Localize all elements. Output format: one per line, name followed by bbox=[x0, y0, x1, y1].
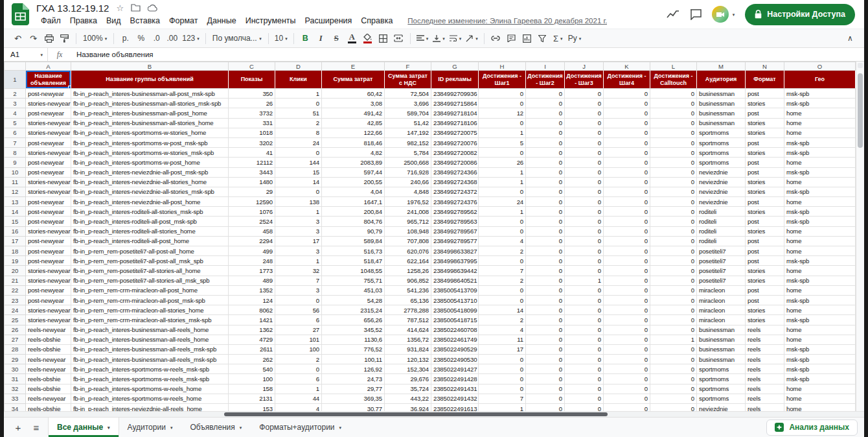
cell-K33[interactable]: 0 bbox=[604, 394, 650, 403]
cell-I27[interactable]: 0 bbox=[526, 335, 565, 344]
insert-chart-button[interactable] bbox=[520, 31, 534, 45]
cell-B32[interactable]: fb-in_p-reach_interes-sportmoms-w-reels_… bbox=[71, 384, 229, 394]
cell-O23[interactable]: msk-spb bbox=[784, 295, 856, 305]
text-color-button[interactable]: A bbox=[345, 31, 360, 45]
cell-J14[interactable]: 0 bbox=[565, 207, 604, 217]
cell-L8[interactable]: 0 bbox=[650, 148, 697, 158]
move-to-folder-icon[interactable] bbox=[131, 4, 141, 12]
row-header-18[interactable]: 18 bbox=[5, 246, 26, 256]
cell-K2[interactable]: 0 bbox=[604, 89, 650, 99]
cell-B16[interactable]: fb-in_p-reach_interes-roditeli-all-stori… bbox=[71, 226, 229, 236]
cell-O19[interactable]: msk-spb bbox=[784, 256, 856, 266]
cell-B4[interactable]: fb-in_p-reach_interes-businessman-all-po… bbox=[71, 108, 229, 118]
cell-N25[interactable]: stories bbox=[746, 315, 784, 325]
cell-L20[interactable]: 0 bbox=[650, 266, 697, 276]
cell-N14[interactable]: stories bbox=[746, 207, 784, 217]
cell-O32[interactable]: home bbox=[784, 384, 856, 394]
cell-L18[interactable]: 0 bbox=[650, 246, 697, 256]
cell-D13[interactable]: 138 bbox=[275, 197, 322, 207]
cell-I17[interactable]: 0 bbox=[526, 236, 565, 246]
cell-B22[interactable]: fb-in_p-rem_rem-crm-miracleon-all-post_h… bbox=[71, 285, 229, 295]
cell-H18[interactable]: 2 bbox=[479, 246, 526, 256]
cell-E2[interactable]: 60,42 bbox=[322, 89, 385, 99]
cell-L3[interactable]: 0 bbox=[650, 99, 697, 108]
cell-F32[interactable]: 35,724 bbox=[385, 384, 431, 394]
cell-O9[interactable]: home bbox=[784, 158, 856, 167]
cell-J27[interactable]: 0 bbox=[565, 335, 604, 344]
cell-H13[interactable]: 24 bbox=[479, 197, 526, 207]
cell-M18[interactable]: posetiteli7 bbox=[697, 246, 746, 256]
cell-J18[interactable]: 0 bbox=[565, 246, 604, 256]
cell-E22[interactable]: 451,03 bbox=[322, 285, 385, 295]
cell-B27[interactable]: fb-in_p-reach_interes-businessman-all-re… bbox=[71, 335, 229, 344]
fill-color-button[interactable] bbox=[360, 31, 375, 45]
cell-J17[interactable]: 0 bbox=[565, 236, 604, 246]
cell-D17[interactable]: 17 bbox=[275, 236, 322, 246]
cell-M25[interactable]: miracleon bbox=[697, 315, 746, 325]
zoom-select[interactable]: 100% ▾ bbox=[80, 31, 109, 45]
cell-J28[interactable]: 0 bbox=[565, 344, 604, 354]
cell-G17[interactable]: 2384992789577 bbox=[431, 236, 479, 246]
cell-B7[interactable]: fb-in_p-reach_interes-sportmoms-w-post_m… bbox=[71, 137, 229, 147]
formula-input[interactable]: Название объявления bbox=[71, 51, 864, 58]
cell-K10[interactable]: 0 bbox=[604, 167, 650, 177]
cell-L22[interactable]: 0 bbox=[650, 285, 697, 295]
cell-J7[interactable]: 0 bbox=[565, 137, 604, 147]
cell-L5[interactable]: 0 bbox=[650, 118, 697, 128]
cell-F27[interactable]: 1356,72 bbox=[385, 335, 431, 344]
cell-C31[interactable]: 100 bbox=[229, 374, 275, 384]
cell-N6[interactable]: stories bbox=[746, 128, 784, 137]
cell-I31[interactable]: 0 bbox=[526, 374, 565, 384]
cell-B6[interactable]: fb-in_p-reach_interes-sportmoms-w-storie… bbox=[71, 128, 229, 137]
cell-D11[interactable]: 14 bbox=[275, 177, 322, 187]
cell-C2[interactable]: 350 bbox=[229, 89, 275, 99]
cell-E31[interactable]: 24,73 bbox=[322, 374, 385, 384]
cell-O14[interactable]: msk-spb bbox=[784, 207, 856, 217]
cell-B15[interactable]: fb-in_p-reach_interes-roditeli-all-post_… bbox=[71, 217, 229, 226]
cell-D18[interactable]: 3 bbox=[275, 246, 322, 256]
cell-F1[interactable]: Сумма затрат с НДС bbox=[385, 71, 431, 89]
cell-H22[interactable]: 0 bbox=[479, 285, 526, 295]
cell-K28[interactable]: 0 bbox=[604, 344, 650, 354]
cell-A3[interactable]: stories-newyear bbox=[26, 99, 71, 108]
column-header-H[interactable]: H bbox=[479, 62, 526, 71]
cell-E3[interactable]: 3,08 bbox=[322, 99, 385, 108]
menu-edit[interactable]: Правка bbox=[65, 16, 102, 26]
cell-G9[interactable]: 2384992720086 bbox=[431, 158, 479, 167]
cell-K32[interactable]: 0 bbox=[604, 384, 650, 394]
cell-H32[interactable]: 0 bbox=[479, 384, 526, 394]
horizontal-align-button[interactable]: ▾ bbox=[415, 31, 431, 45]
cell-L32[interactable]: 0 bbox=[650, 384, 697, 394]
cell-B12[interactable]: fb-in_p-reach_interes-neviezdnie-all-sto… bbox=[71, 187, 229, 196]
cell-O28[interactable]: msk-spb bbox=[784, 344, 856, 354]
cell-N10[interactable]: post bbox=[746, 167, 784, 177]
cell-L33[interactable]: 0 bbox=[650, 394, 697, 403]
insert-link-button[interactable] bbox=[488, 31, 503, 45]
cell-F3[interactable]: 3,696 bbox=[385, 99, 431, 108]
cell-C30[interactable]: 540 bbox=[229, 364, 275, 374]
cell-C28[interactable]: 2611 bbox=[229, 344, 275, 354]
row-header-25[interactable]: 25 bbox=[5, 315, 26, 325]
cell-B13[interactable]: fb-in_p-reach_interes-neviezdnie-all-pos… bbox=[71, 197, 229, 207]
cell-H19[interactable]: 0 bbox=[479, 256, 526, 266]
cell-L13[interactable]: 0 bbox=[650, 197, 697, 207]
cell-C21[interactable]: 489 bbox=[229, 276, 275, 285]
cell-I8[interactable]: 0 bbox=[526, 148, 565, 158]
cell-O27[interactable]: home bbox=[784, 335, 856, 344]
cell-L1[interactable]: Достижения - Calltouch bbox=[650, 71, 697, 89]
cell-L25[interactable]: 0 bbox=[650, 315, 697, 325]
paint-format-button[interactable] bbox=[57, 31, 72, 45]
cell-I21[interactable]: 0 bbox=[526, 276, 565, 285]
cell-G19[interactable]: 2384998637995 bbox=[431, 256, 479, 266]
cell-C24[interactable]: 8062 bbox=[229, 305, 275, 315]
cell-L30[interactable]: 0 bbox=[650, 364, 697, 374]
row-header-15[interactable]: 15 bbox=[5, 217, 26, 226]
cell-N11[interactable]: stories bbox=[746, 177, 784, 187]
cell-D26[interactable]: 27 bbox=[275, 325, 322, 335]
cell-K13[interactable]: 0 bbox=[604, 197, 650, 207]
cell-O3[interactable]: msk-spb bbox=[784, 99, 856, 108]
cell-K27[interactable]: 0 bbox=[604, 335, 650, 344]
cell-O7[interactable]: msk-spb bbox=[784, 137, 856, 147]
insert-comment-button[interactable] bbox=[504, 31, 519, 45]
cell-K6[interactable]: 0 bbox=[604, 128, 650, 137]
